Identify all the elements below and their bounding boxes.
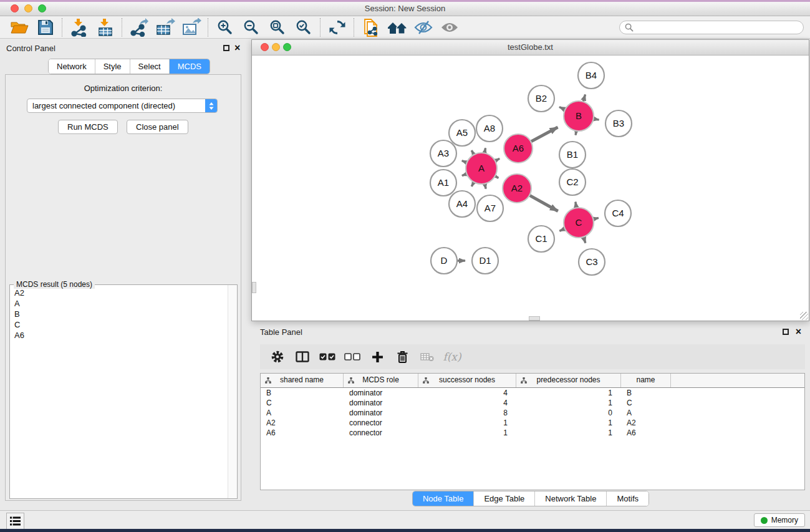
graph-node-D[interactable]: D: [431, 248, 457, 274]
control-panel-float-icon[interactable]: [223, 45, 229, 51]
open-session-icon[interactable]: [6, 17, 32, 38]
import-table-icon[interactable]: [92, 17, 118, 38]
mcds-result-item[interactable]: A2: [11, 288, 228, 298]
graph-node-A2[interactable]: A2: [503, 174, 531, 203]
refresh-icon[interactable]: [324, 17, 350, 38]
export-table-icon[interactable]: [152, 17, 178, 38]
table-cell[interactable]: 1: [516, 428, 621, 438]
graph-node-D1[interactable]: D1: [472, 248, 498, 274]
graph-edge-A6-B[interactable]: [530, 127, 557, 142]
graph-node-A6[interactable]: A6: [504, 134, 533, 163]
network-zoom-traffic-light[interactable]: [283, 43, 291, 51]
table-cell[interactable]: A6: [261, 428, 344, 438]
table-cell[interactable]: dominator: [344, 408, 418, 418]
save-session-icon[interactable]: [32, 17, 59, 38]
column-header-MCDS-role[interactable]: MCDS role: [344, 374, 418, 387]
column-header-predecessor-nodes[interactable]: predecessor nodes: [516, 374, 621, 387]
table-cell[interactable]: A2: [621, 418, 671, 428]
horizontal-scroll-handle[interactable]: [529, 316, 540, 321]
criterion-select[interactable]: largest connected component (directed): [27, 99, 218, 113]
network-minimize-traffic-light[interactable]: [272, 43, 280, 51]
graph-node-B[interactable]: B: [564, 101, 594, 131]
table-cell[interactable]: 1: [418, 428, 516, 438]
tab-node-table[interactable]: Node Table: [413, 491, 475, 506]
table-cell[interactable]: A: [621, 408, 671, 418]
graph-node-B2[interactable]: B2: [528, 85, 554, 112]
show-graphics-details-icon[interactable]: [436, 17, 463, 38]
zoom-traffic-light[interactable]: [38, 4, 46, 12]
table-cell[interactable]: dominator: [344, 398, 418, 408]
network-close-traffic-light[interactable]: [261, 43, 269, 51]
network-window-titlebar[interactable]: testGlobe.txt: [252, 40, 809, 56]
graph-node-A8[interactable]: A8: [476, 115, 503, 142]
table-cell[interactable]: 4: [418, 388, 516, 398]
vertical-scroll-handle[interactable]: [252, 282, 256, 293]
table-cell[interactable]: 1: [516, 388, 621, 398]
graph-node-C1[interactable]: C1: [528, 226, 554, 252]
tab-network-table[interactable]: Network Table: [535, 491, 607, 506]
tab-network[interactable]: Network: [49, 59, 95, 74]
memory-button[interactable]: Memory: [754, 513, 805, 527]
zoom-fit-icon[interactable]: [264, 17, 291, 38]
import-network-icon[interactable]: [66, 17, 92, 38]
tab-edge-table[interactable]: Edge Table: [474, 491, 535, 506]
table-cell[interactable]: dominator: [344, 388, 418, 398]
table-cell[interactable]: 0: [516, 408, 621, 418]
run-mcds-button[interactable]: Run MCDS: [58, 120, 118, 134]
delete-table-icon[interactable]: [415, 346, 440, 368]
table-cell[interactable]: A2: [261, 418, 344, 428]
delete-column-icon[interactable]: [390, 346, 415, 368]
mcds-result-scrollbar[interactable]: [228, 285, 237, 498]
graph-node-A7[interactable]: A7: [477, 195, 503, 221]
zoom-out-icon[interactable]: [238, 17, 264, 38]
mcds-result-item[interactable]: C: [11, 319, 228, 330]
table-cell[interactable]: A: [261, 408, 344, 418]
mcds-result-item[interactable]: B: [11, 309, 228, 319]
select-all-checkboxes-icon[interactable]: [315, 346, 340, 368]
graph-node-C4[interactable]: C4: [605, 200, 631, 226]
zoom-in-icon[interactable]: [212, 17, 238, 38]
graph-node-A3[interactable]: A3: [430, 140, 456, 167]
network-canvas[interactable]: AA1A2A3A4A5A6A7A8BB1B2B3B4CC1C2C3C4DD1: [252, 56, 809, 321]
table-cell[interactable]: B: [261, 388, 344, 398]
graph-edge-A2-C[interactable]: [529, 195, 558, 211]
table-row[interactable]: A2connector11A2: [261, 418, 804, 428]
table-panel-float-icon[interactable]: [783, 329, 789, 335]
hide-graphics-details-icon[interactable]: [410, 17, 436, 38]
table-cell[interactable]: B: [621, 388, 671, 398]
table-panel-close-icon[interactable]: ×: [796, 328, 801, 336]
table-cell[interactable]: 8: [418, 408, 516, 418]
table-cell[interactable]: connector: [344, 428, 418, 438]
column-header-name[interactable]: name: [621, 374, 671, 387]
search-input[interactable]: [637, 22, 798, 32]
table-row[interactable]: A6connector11A6: [261, 428, 804, 438]
add-column-icon[interactable]: [365, 346, 390, 368]
export-image-icon[interactable]: [178, 17, 205, 38]
tab-motifs[interactable]: Motifs: [607, 491, 648, 506]
network-from-file-icon[interactable]: [358, 17, 384, 38]
graph-node-C[interactable]: C: [564, 208, 594, 238]
table-cell[interactable]: 1: [516, 398, 621, 408]
graph-node-A[interactable]: A: [466, 153, 497, 184]
task-history-button[interactable]: [6, 513, 24, 530]
houses-icon[interactable]: [384, 17, 410, 38]
graph-node-B1[interactable]: B1: [559, 142, 586, 168]
settings-gear-icon[interactable]: [265, 346, 290, 368]
graph-node-C3[interactable]: C3: [579, 249, 605, 275]
export-network-icon[interactable]: [126, 17, 152, 38]
tab-select[interactable]: Select: [130, 59, 170, 74]
table-row[interactable]: Cdominator41C: [261, 398, 804, 408]
table-cell[interactable]: C: [261, 398, 344, 408]
table-row[interactable]: Bdominator41B: [261, 388, 804, 398]
mcds-result-item[interactable]: A6: [11, 330, 228, 341]
control-panel-close-icon[interactable]: ×: [234, 44, 240, 52]
table-cell[interactable]: connector: [344, 418, 418, 428]
table-cell[interactable]: 1: [418, 418, 516, 428]
zoom-selected-icon[interactable]: [291, 17, 317, 38]
graph-node-A1[interactable]: A1: [430, 170, 456, 196]
column-header-successor-nodes[interactable]: successor nodes: [418, 374, 516, 387]
column-header-shared-name[interactable]: shared name: [261, 374, 344, 387]
mcds-result-item[interactable]: A: [11, 298, 228, 309]
resize-grip[interactable]: [800, 312, 808, 320]
table-cell[interactable]: 1: [516, 418, 621, 428]
